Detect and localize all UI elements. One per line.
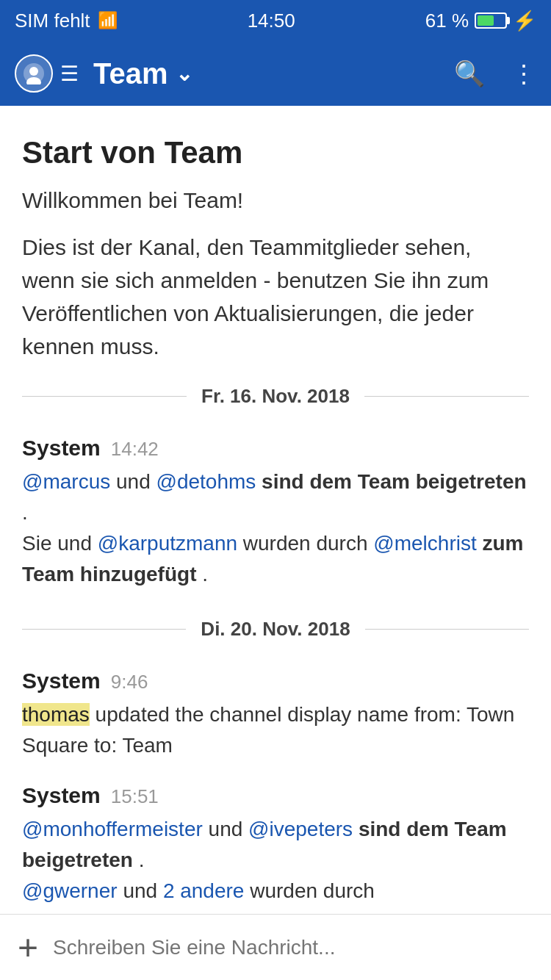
avatar[interactable] — [15, 54, 53, 93]
wifi-icon: 📶 — [98, 11, 118, 30]
text-part: . — [202, 563, 208, 586]
main-content-area: Start von Team Willkommen bei Team! Dies… — [0, 106, 551, 943]
chevron-down-icon[interactable]: ⌄ — [176, 62, 192, 86]
text-part: . — [139, 849, 145, 871]
date-divider-1: Fr. 16. Nov. 2018 — [22, 385, 529, 408]
menu-icon[interactable]: ☰ — [60, 62, 79, 86]
message-header: System 14:42 — [22, 436, 529, 461]
text-part: und — [116, 470, 156, 493]
status-bar: SIM fehlt 📶 14:50 61 % ⚡ — [0, 0, 551, 41]
mention-detohms[interactable]: @detohms — [156, 470, 256, 493]
message-body: thomas updated the channel display name … — [22, 699, 529, 761]
mention-ivepeters[interactable]: @ivepeters — [248, 818, 353, 840]
text-bold: sind dem Team beigetreten — [262, 470, 526, 493]
battery-percent: 61 % — [425, 10, 469, 32]
message-item: System 15:51 @monhoffermeister und @ivep… — [22, 776, 529, 914]
message-body: @marcus und @detohms sind dem Team beige… — [22, 466, 529, 590]
carrier-text: SIM fehlt — [15, 10, 90, 32]
divider-line-left — [22, 629, 186, 630]
message-time: 14:42 — [111, 438, 159, 461]
status-time: 14:50 — [248, 10, 295, 32]
status-right: 61 % ⚡ — [425, 10, 536, 32]
mention-marcus[interactable]: @marcus — [22, 470, 110, 493]
mention-karputzmann[interactable]: @karputzmann — [98, 532, 237, 555]
text-part: .Sie und — [22, 501, 98, 555]
message-sender: System — [22, 436, 101, 461]
message-header: System 9:46 — [22, 669, 529, 693]
text-part: und — [209, 818, 249, 840]
message-header: System 15:51 — [22, 783, 529, 808]
charging-icon: ⚡ — [513, 10, 536, 32]
more-options-icon[interactable]: ⋮ — [511, 59, 536, 88]
add-attachment-icon[interactable]: + — [18, 930, 38, 965]
channel-description: Dies ist der Kanal, den Teammitglieder s… — [22, 231, 529, 363]
header-title: Team ⌄ — [93, 57, 454, 90]
message-item: System 9:46 thomas updated the channel d… — [22, 661, 529, 768]
date-label-2: Di. 20. Nov. 2018 — [186, 618, 364, 641]
divider-line-left — [22, 396, 187, 397]
battery-container — [475, 12, 507, 29]
link-2-andere[interactable]: 2 andere — [163, 879, 245, 902]
message-sender: System — [22, 669, 101, 693]
message-time: 9:46 — [111, 671, 148, 693]
divider-line-right — [364, 396, 529, 397]
date-divider-2: Di. 20. Nov. 2018 — [22, 618, 529, 641]
mention-gwerner[interactable]: @gwerner — [22, 879, 118, 902]
message-input[interactable] — [53, 936, 533, 959]
mention-melchrist[interactable]: @melchrist — [373, 532, 476, 555]
channel-title: Start von Team — [22, 135, 529, 170]
text-part: updated the channel display name from: T… — [22, 703, 514, 757]
channel-content: Start von Team Willkommen bei Team! Dies… — [0, 106, 551, 980]
status-left: SIM fehlt 📶 — [15, 10, 118, 32]
header-actions: 🔍 ⋮ — [454, 59, 536, 88]
text-part: wurden durch — [243, 532, 373, 555]
text-part: wurden durch — [250, 879, 375, 902]
app-header: ☰ Team ⌄ 🔍 ⋮ — [0, 41, 551, 106]
message-item: System 14:42 @marcus und @detohms sind d… — [22, 428, 529, 597]
message-time: 15:51 — [111, 785, 159, 808]
message-body: @monhoffermeister und @ivepeters sind de… — [22, 814, 529, 907]
bottom-bar: + — [0, 914, 551, 980]
text-part: und — [123, 879, 163, 902]
battery-fill — [478, 15, 494, 26]
battery-box — [475, 12, 507, 29]
mention-monhoffermeister[interactable]: @monhoffermeister — [22, 818, 203, 840]
date-label-1: Fr. 16. Nov. 2018 — [187, 385, 364, 408]
message-sender: System — [22, 783, 101, 808]
svg-point-1 — [29, 67, 38, 76]
team-name: Team — [93, 57, 168, 90]
divider-line-right — [365, 629, 529, 630]
search-icon[interactable]: 🔍 — [454, 59, 485, 88]
highlight-thomas: thomas — [22, 703, 90, 726]
channel-welcome: Willkommen bei Team! — [22, 185, 529, 216]
